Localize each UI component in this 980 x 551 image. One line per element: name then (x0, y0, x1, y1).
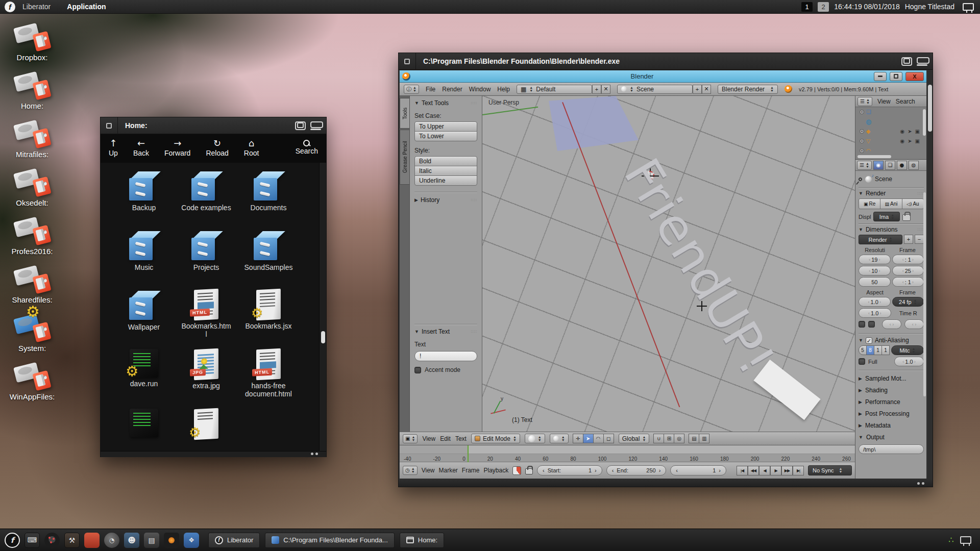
restore-icon[interactable] (901, 57, 912, 66)
animation-button[interactable]: ▤Ani (880, 198, 902, 209)
home-resize-strip[interactable] (101, 451, 326, 457)
aa-filter-selector[interactable]: Mitc▲▼ (891, 345, 924, 355)
viewport-shading-selector[interactable]: ▲▼ (525, 434, 545, 443)
root-button[interactable]: ⌂Root (244, 138, 259, 157)
render-anim-icon[interactable]: ▥ (699, 434, 709, 443)
blender-app-titlebar[interactable]: Blender X (400, 70, 926, 83)
properties-scroll-thumb[interactable] (923, 192, 926, 396)
anti-aliasing-checkbox[interactable]: ✓ (866, 337, 872, 344)
file-item-wallpaper[interactable]: Wallpaper (113, 289, 175, 349)
file-item-code-examples[interactable]: Code examples (175, 170, 237, 230)
snap-magnet-icon[interactable]: ∪ (653, 434, 664, 443)
file-item-partial[interactable] (113, 409, 175, 451)
scale-manipulator-icon[interactable]: ◻ (603, 434, 614, 443)
tab-tools[interactable]: Tools (400, 98, 410, 129)
to-lower-button[interactable]: To Lower (414, 131, 477, 141)
blender-titlebar[interactable]: C:\Program Files\Blender Foundation\Blen… (399, 53, 933, 70)
tab-render-properties[interactable]: ◉ (873, 161, 884, 170)
expand-icon[interactable]: + (860, 139, 864, 143)
output-path-field[interactable]: /tmp\ (859, 444, 924, 454)
tab-world-properties[interactable]: ◍ (909, 161, 919, 170)
file-item-dave-run[interactable]: ⚙dave.run (113, 349, 175, 409)
file-item-extra-jpg[interactable]: JPGextra.jpg (175, 349, 237, 409)
outliner-row-camera[interactable]: +◆◉➤▣ (855, 127, 926, 136)
timeline[interactable]: -40-200204060801001201401601802002202402… (400, 445, 855, 479)
translate-manipulator-icon[interactable]: ➤ (583, 434, 594, 443)
aa-samples-16[interactable]: 1 (881, 345, 890, 355)
task-blender[interactable]: C:\Program Files\Blender Founda... (265, 533, 394, 548)
underline-button[interactable]: Underline (414, 176, 477, 186)
window-depth-gadget-icon[interactable] (404, 59, 410, 64)
desktop-icon-winappfiles[interactable]: WinAppFiles: (5, 360, 59, 401)
outliner-row-text[interactable]: +◠ (855, 146, 926, 156)
renderable-camera-icon[interactable]: ▣ (915, 138, 920, 144)
sync-mode-selector[interactable]: No Sync▲▼ (808, 465, 852, 475)
delete-scene-button[interactable]: ✕ (702, 85, 711, 94)
aa-samples-11[interactable]: 1 (874, 345, 882, 355)
reload-button[interactable]: ↻Reload (206, 138, 228, 157)
aspect-x-field[interactable]: ‹1.0› (859, 297, 891, 307)
file-item-partial[interactable]: ⚙ (175, 409, 237, 451)
timeline-editor-type-button[interactable]: ◷▲▼ (403, 466, 418, 475)
aa-samples-8[interactable]: 8 (866, 345, 874, 355)
game-app-icon[interactable] (84, 533, 100, 548)
panel-grip-icon[interactable]: ∷∷ (471, 198, 477, 203)
shading-panel[interactable]: ▶Shading (859, 384, 924, 396)
task-liberator[interactable]: fLiberator (208, 533, 260, 548)
blender-close-button[interactable]: X (905, 72, 924, 81)
file-item-hands-free-document[interactable]: HTMLhands-free document.html (237, 349, 300, 409)
add-preset-button[interactable]: + (904, 235, 913, 244)
desktop-icon-oksedelt[interactable]: Oksedelt: (5, 166, 59, 207)
file-item-bookmarks-jsx[interactable]: ⚙Bookmarks.jsx (237, 289, 300, 349)
dimensions-panel-header[interactable]: ▼Dimensions∷∷ (859, 226, 924, 233)
blender-window-scrollbar[interactable] (927, 70, 933, 479)
aspect-y-field[interactable]: ‹1.0› (859, 308, 891, 318)
file-item-music[interactable]: Music (113, 230, 175, 289)
file-item-documents[interactable]: Documents (237, 170, 300, 230)
selectable-cursor-icon[interactable]: ➤ (908, 129, 912, 134)
camera-app-icon[interactable] (164, 533, 179, 548)
auto-keyframe-icon[interactable] (512, 466, 521, 475)
desktop-icon-dropbox[interactable]: Dropbox: (5, 20, 59, 62)
minimize-icon[interactable] (310, 121, 321, 130)
metadata-panel[interactable]: ▶Metadata (859, 419, 924, 431)
desktop-icon-sharedfiles[interactable]: Sharedfiles: (5, 263, 59, 304)
expand-icon[interactable]: + (860, 110, 864, 114)
desktop-icon-mitrafiles[interactable]: Mitrafiles: (5, 117, 59, 159)
visibility-eye-icon[interactable]: ◉ (900, 129, 904, 134)
play-icon[interactable]: ▶ (770, 466, 781, 475)
panel-grip-icon[interactable]: ∷∷ (471, 330, 477, 334)
next-keyframe-icon[interactable]: ▶▶ (781, 466, 793, 475)
resize-grip-icon[interactable] (311, 453, 321, 455)
back-button[interactable]: ←Back (133, 138, 149, 157)
jump-to-end-icon[interactable]: ▶| (793, 466, 804, 475)
resolution-y-field[interactable]: ‹10› (859, 266, 891, 276)
properties-editor-type-button[interactable]: ☰▲▼ (857, 161, 872, 170)
viewport-editor-type-button[interactable]: ▣▲▼ (403, 434, 418, 443)
insert-text-panel-header[interactable]: ▼Insert Text∷∷ (414, 328, 477, 335)
outliner-menu-view[interactable]: View (877, 98, 891, 105)
aa-samples-5[interactable]: 5 (859, 345, 867, 355)
tools-icon[interactable]: ⚒ (64, 533, 80, 548)
lock-icon[interactable] (525, 468, 533, 474)
pin-icon[interactable] (858, 177, 863, 182)
keyboard-icon[interactable]: ⌨ (24, 533, 40, 548)
snap-element-icon[interactable]: ⊞ (664, 434, 674, 443)
apps-icon[interactable]: ❖ (184, 533, 199, 548)
file-item-bookmarks-html[interactable]: HTMLBookmarks.html (175, 289, 237, 349)
friend-logo-icon[interactable]: f (5, 2, 15, 12)
viewport-menu-edit[interactable]: Edit (440, 435, 451, 442)
workspace-1-button[interactable]: 1 (801, 2, 813, 12)
outliner-row-scene[interactable]: +❏ (855, 107, 926, 117)
filter-size-field[interactable]: ‹1.0› (894, 357, 924, 366)
sampled-motion-blur-panel[interactable]: ▶Sampled Mot... (859, 372, 924, 384)
pivot-selector[interactable]: ▲▼ (550, 434, 569, 443)
tab-render-layers[interactable]: ❏ (885, 161, 895, 170)
blender-resize-strip[interactable] (399, 479, 933, 487)
scene-selector[interactable]: ▲▼Scene (617, 85, 693, 94)
expand-icon[interactable]: + (860, 129, 864, 134)
timeline-menu-playback[interactable]: Playback (483, 467, 508, 474)
task-home[interactable]: Home: (400, 533, 444, 548)
menu-help[interactable]: Help (497, 86, 510, 93)
delete-layout-button[interactable]: ✕ (601, 85, 610, 94)
